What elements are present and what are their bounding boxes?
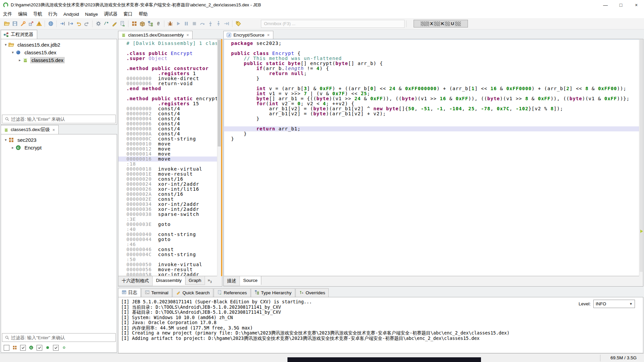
run-to-line-icon[interactable]	[223, 20, 230, 27]
bottom-tab-Quick Search[interactable]: Quick Search	[172, 288, 213, 297]
tab-close-icon[interactable]: ×	[267, 33, 270, 38]
hex-view-icon[interactable]	[131, 20, 138, 27]
tab-hierarchy[interactable]: classes15.dex/层级 ×	[1, 125, 59, 134]
expander-closed-icon[interactable]: ▸	[17, 58, 22, 62]
menu-item[interactable]: Native	[82, 11, 101, 17]
code-line: }	[224, 116, 643, 121]
menu-item[interactable]: Android	[60, 11, 82, 17]
save-icon[interactable]	[11, 20, 18, 27]
wrench-icon[interactable]	[19, 20, 26, 27]
menu-item[interactable]: 调试器	[101, 10, 121, 18]
tree-item[interactable]: ▾sec2023	[1, 136, 117, 144]
level-label: Level:	[579, 301, 591, 306]
tree-item[interactable]: ▸classes15.dex	[1, 56, 117, 64]
forward-icon[interactable]	[83, 20, 90, 27]
tab-label: Encrypt/Source	[233, 33, 264, 38]
tree-item[interactable]: ▾classes15.dex.jdb2	[1, 41, 117, 49]
tab-close-icon[interactable]: ×	[52, 127, 55, 132]
tab-project-browser[interactable]: 工程浏览器	[1, 30, 37, 39]
open-folder-icon[interactable]	[3, 20, 10, 27]
menu-item[interactable]: 帮助	[136, 10, 151, 18]
code-line: 00000046 const	[118, 247, 222, 252]
menu-item[interactable]: 导航	[30, 10, 45, 18]
menu-item[interactable]: 行为	[45, 10, 60, 18]
gear-icon[interactable]	[95, 20, 102, 27]
view-tab-十六进制格式[interactable]: 十六进制格式	[118, 276, 153, 286]
expander-open-icon[interactable]: ▾	[10, 50, 15, 55]
filter-checkbox-unchecked[interactable]	[4, 345, 9, 351]
tab-disassembly[interactable]: classes15.dex/Disassembly ×	[118, 31, 193, 39]
code-line: 00000018 invoke-virtual	[118, 167, 222, 172]
view-tab-描述[interactable]: 描述	[224, 276, 240, 286]
close-button[interactable]: ×	[629, 0, 644, 10]
bottom-tab-References[interactable]: References	[214, 288, 251, 297]
view-tab-Source[interactable]: Source	[240, 276, 261, 285]
source-scrollbar[interactable]	[639, 39, 643, 276]
bottom-tab-日志[interactable]: 日志	[118, 288, 141, 297]
hierarchy-icon[interactable]	[147, 20, 154, 27]
view-tab-Disassembly[interactable]: Disassembly	[153, 276, 185, 285]
view-tab-Graph[interactable]: Graph	[185, 276, 205, 285]
minimize-button[interactable]: —	[598, 0, 613, 10]
step-out-icon[interactable]	[215, 20, 222, 27]
bottom-tab-Type Hierarchy[interactable]: Type Hierarchy	[251, 288, 295, 297]
expander-closed-icon[interactable]: ▸	[10, 145, 15, 150]
tree-item[interactable]: ▾classes15.dex	[1, 49, 117, 56]
rename-icon[interactable]	[111, 20, 118, 27]
tab-close-icon[interactable]: ×	[186, 33, 189, 38]
log-level-select[interactable]: INFO ▼	[593, 300, 635, 308]
run-icon[interactable]	[175, 20, 181, 27]
jump-out-icon[interactable]	[67, 20, 74, 27]
stop-icon[interactable]	[191, 20, 198, 27]
code-line: 00000000 const/4	[118, 106, 222, 111]
project-filter-input[interactable]	[10, 116, 114, 122]
step-over-icon[interactable]	[199, 20, 206, 27]
code-line: arr_b1[v2] = (byte)(arr_b1[v2] ^ new byt…	[224, 106, 643, 111]
bottom-tab-Overrides[interactable]: aOverrides	[296, 288, 329, 297]
expander-open-icon[interactable]: ▾	[3, 138, 8, 142]
debug-bug-icon[interactable]	[167, 20, 173, 27]
bottom-tab-Terminal[interactable]: Terminal	[141, 288, 172, 297]
menu-bar: 文件编辑导航行为AndroidNative调试器窗口帮助	[0, 10, 644, 18]
disassembly-scrollbar[interactable]	[217, 39, 221, 276]
disassembly-editor[interactable]: # [Dalvik Disassembly] 1 class .class pu…	[118, 39, 222, 276]
share-icon[interactable]	[28, 20, 34, 27]
omnibox-input[interactable]	[261, 20, 405, 28]
source-editor[interactable]: package sec2023; public class Encrypt { …	[224, 39, 643, 276]
filter-checkbox-checked[interactable]	[53, 345, 59, 351]
tab-source[interactable]: J Encrypt/Source ×	[223, 31, 273, 39]
taskbar-strip[interactable]	[287, 357, 481, 362]
menu-item[interactable]: 窗口	[120, 10, 136, 18]
tag-icon[interactable]	[235, 20, 241, 27]
tab-label: 工程浏览器	[11, 32, 34, 38]
jump-into-icon[interactable]	[59, 20, 66, 27]
tree-item-label: classes15.dex.jdb2	[16, 42, 62, 48]
pause-icon[interactable]	[183, 20, 190, 27]
globe-icon[interactable]	[47, 20, 54, 27]
expander-open-icon[interactable]: ▾	[3, 43, 8, 47]
warning-icon[interactable]	[36, 20, 42, 27]
hierarchy-filter-input[interactable]	[10, 335, 114, 341]
annotation-icon[interactable]: @	[155, 20, 162, 27]
tree-item[interactable]: ▸CEncrypt	[1, 144, 117, 152]
code-line: byte[] arr_b1 = {((byte)(v1 >> 24 & 0xFF…	[224, 96, 643, 101]
jeb-window: D:\hgame\2023腾讯游戏安全技术竞赛\2023腾讯游戏安全技术竞赛-安…	[0, 0, 644, 362]
menu-item[interactable]: 文件	[0, 10, 15, 18]
tab-overflow-chevron-icon[interactable]: »3	[205, 276, 214, 285]
maximize-button[interactable]: □	[613, 0, 629, 10]
back-icon[interactable]	[75, 20, 82, 27]
menu-item[interactable]: 编辑	[15, 10, 30, 18]
svg-text:C: C	[30, 346, 32, 349]
convert-icon[interactable]	[119, 20, 126, 27]
step-into-icon[interactable]	[207, 20, 214, 27]
svg-text:J: J	[228, 34, 230, 37]
memory-usage: 69.5M / 3.5G	[610, 355, 637, 360]
code-line	[224, 81, 643, 86]
filter-checkbox-checked[interactable]	[20, 345, 26, 351]
filter-checkbox-checked[interactable]	[37, 345, 42, 351]
field-icon	[62, 345, 66, 350]
package-icon[interactable]	[139, 20, 146, 27]
comment-icon[interactable]: /*	[103, 20, 110, 27]
disassembly-overview-ruler	[221, 39, 222, 276]
code-line: 0000003E goto	[118, 222, 222, 227]
